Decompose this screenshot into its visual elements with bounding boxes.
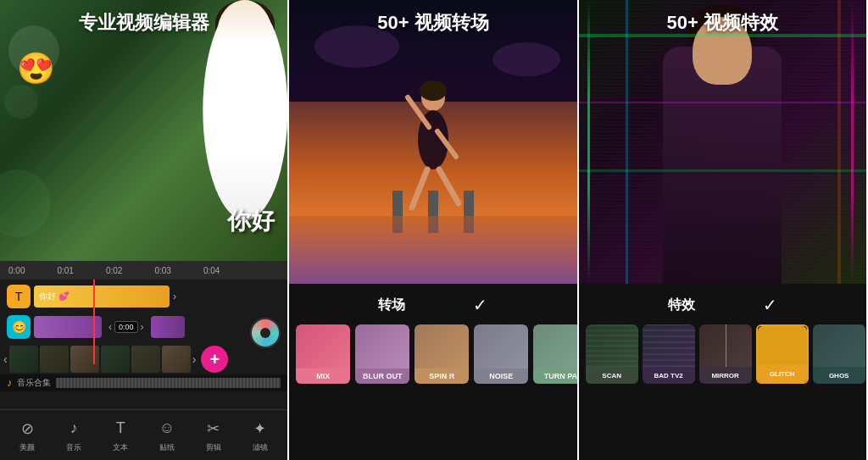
effect-label-mirror: MIRROR xyxy=(699,367,752,384)
effects-label-3: 特效 xyxy=(668,297,695,314)
effect-label-spinr: SPIN R xyxy=(415,369,469,384)
strip-arrow-left: ‹ xyxy=(3,352,8,366)
panel-title-3: 50+ 视频特效 xyxy=(579,10,866,36)
toolbar-item-text[interactable]: T 文本 xyxy=(109,418,131,453)
effects-label-row-2: 转场 ✓ xyxy=(289,284,576,319)
panel-3-bottom: 特效 ✓ SCAN BAD TV2 xyxy=(579,284,866,460)
music-waveform xyxy=(56,378,281,388)
text-label: 文本 xyxy=(113,442,128,453)
effect-label-noise: NOISE xyxy=(474,369,528,384)
toolbar-item-clip[interactable]: ✂ 剪辑 xyxy=(203,418,225,453)
effects-strip-2: MIX BLUR OUT SPIN R NOISE TURN PA xyxy=(289,319,576,389)
mark-0: 0:00 xyxy=(8,266,25,275)
effect-label-badtv2: BAD TV2 xyxy=(643,367,695,384)
mark-2: 0:02 xyxy=(106,266,122,275)
photo-thumb-4 xyxy=(101,346,130,373)
filter-icon: ✦ xyxy=(249,418,271,440)
effect-preview-ghost xyxy=(813,324,865,367)
music-label: 音乐 xyxy=(66,442,81,453)
effect-preview-blurout xyxy=(355,324,409,369)
effects-label-row-3: 特效 ✓ xyxy=(579,284,866,319)
panel-transitions: 50+ 视频转场 xyxy=(289,0,578,460)
effect-preview-spinr xyxy=(415,324,469,369)
track-icon-emoji: 😊 xyxy=(7,315,31,339)
clip-label-2: 剪辑 xyxy=(206,442,221,453)
sticker-label: 贴纸 xyxy=(159,442,175,453)
track-arrow-right: › xyxy=(173,291,176,302)
music-title: 音乐合集 xyxy=(17,377,51,389)
timeline-ruler: 0:00 0:01 0:02 0:03 0:04 xyxy=(0,261,287,280)
effect-thumb-noise[interactable]: NOISE xyxy=(474,324,528,384)
text-overlay: 你好 xyxy=(227,205,275,237)
text-icon: T xyxy=(109,418,131,440)
panel-effects: 50+ 视频特效 特效 ✓ SCAN xyxy=(579,0,868,460)
effect-label-blurout: BLUR OUT xyxy=(355,369,409,384)
timeline-tracks: T 你好 💕 › 😊 ‹ 0:00 › xyxy=(0,280,287,344)
panel-title-1: 专业视频编辑器 xyxy=(0,10,287,36)
effect-thumb-badtv2[interactable]: BAD TV2 xyxy=(643,324,695,384)
beauty-label: 美颜 xyxy=(19,442,35,453)
effect-preview-badtv2 xyxy=(643,324,695,367)
clip-label: 你好 💕 xyxy=(39,291,69,302)
track-row-2: 😊 ‹ 0:00 › xyxy=(7,313,281,341)
timeline-cursor[interactable] xyxy=(93,280,95,364)
effect-thumb-blurout[interactable]: BLUR OUT xyxy=(355,324,409,384)
effect-thumb-glitch[interactable]: GLITCH xyxy=(756,324,809,384)
photo-thumb-5 xyxy=(131,346,160,373)
clip-icon: ✂ xyxy=(203,418,225,440)
track-clip-text[interactable]: 你好 💕 xyxy=(34,285,170,308)
effect-preview-glitch xyxy=(758,326,807,369)
music-note-icon: ♪ xyxy=(7,377,12,389)
glitch-line-v1 xyxy=(626,0,628,284)
toolbar-item-music[interactable]: ♪ 音乐 xyxy=(63,418,85,453)
music-icon: ♪ xyxy=(63,418,85,440)
track-arrow-right2: › xyxy=(141,321,144,333)
effect-thumb-mirror[interactable]: MIRROR xyxy=(699,324,752,384)
add-clip-button[interactable]: + xyxy=(201,346,228,373)
video-preview-3: 50+ 视频特效 xyxy=(579,0,866,284)
mark-3: 0:03 xyxy=(154,266,170,275)
glitch-line-3 xyxy=(579,169,866,172)
svg-line-5 xyxy=(412,169,427,208)
emoji-sticker[interactable]: 😍 xyxy=(17,51,55,86)
track-clip-emoji[interactable] xyxy=(34,316,102,338)
effects-label-2: 转场 xyxy=(378,297,405,314)
effect-thumb-ghost[interactable]: GHOS xyxy=(813,324,865,384)
sticker-icon: ☺ xyxy=(156,418,178,440)
glitch-line-2 xyxy=(579,102,866,103)
effect-preview-turnpa xyxy=(533,324,576,369)
effect-label-mix: MIX xyxy=(296,369,350,384)
glitch-line-v2 xyxy=(837,0,841,284)
time-badge: 0:00 xyxy=(114,321,138,333)
panel-title-2: 50+ 视频转场 xyxy=(289,10,576,36)
strip-arrow-right: › xyxy=(192,352,197,366)
mark-4: 0:04 xyxy=(203,266,220,275)
track-icon-text: T xyxy=(7,285,31,308)
dancer-figure xyxy=(395,80,471,233)
video-preview-2: 50+ 视频转场 xyxy=(289,0,576,284)
photo-thumb-1 xyxy=(9,346,38,373)
cloud-2 xyxy=(492,42,560,76)
beauty-icon: ⊘ xyxy=(16,418,38,440)
panel-video-editor: 😍 你好 专业视频编辑器 0:00 0:01 0:02 0:03 0:04 T … xyxy=(0,0,289,460)
toolbar-item-filter[interactable]: ✦ 滤镜 xyxy=(249,418,271,453)
music-bar[interactable]: ♪ 音乐合集 xyxy=(0,374,287,391)
check-icon-3[interactable]: ✓ xyxy=(763,295,777,315)
check-icon-2[interactable]: ✓ xyxy=(473,295,487,315)
effect-preview-noise xyxy=(474,324,528,369)
effect-label-ghost: GHOS xyxy=(813,367,865,384)
svg-point-1 xyxy=(420,80,447,101)
effect-thumb-spinr[interactable]: SPIN R xyxy=(415,324,469,384)
track-row-1: T 你好 💕 › xyxy=(7,283,281,310)
track-clip-purple2[interactable] xyxy=(151,316,185,338)
toolbar-item-beauty[interactable]: ⊘ 美颜 xyxy=(16,418,38,453)
panel-2-bottom: 转场 ✓ MIX BLUR OUT SPIN R NOISE xyxy=(289,284,576,460)
effect-preview-mirror xyxy=(699,324,752,367)
effect-thumb-turnpa[interactable]: TURN PA xyxy=(533,324,576,384)
svg-line-6 xyxy=(439,169,459,203)
effect-thumb-scan[interactable]: SCAN xyxy=(586,324,638,384)
effect-thumb-mix[interactable]: MIX xyxy=(296,324,350,384)
toolbar-item-sticker[interactable]: ☺ 贴纸 xyxy=(156,418,178,453)
photo-thumb-6 xyxy=(162,346,191,373)
timeline-section: 0:00 0:01 0:02 0:03 0:04 T 你好 💕 › 😊 ‹ xyxy=(0,261,287,409)
